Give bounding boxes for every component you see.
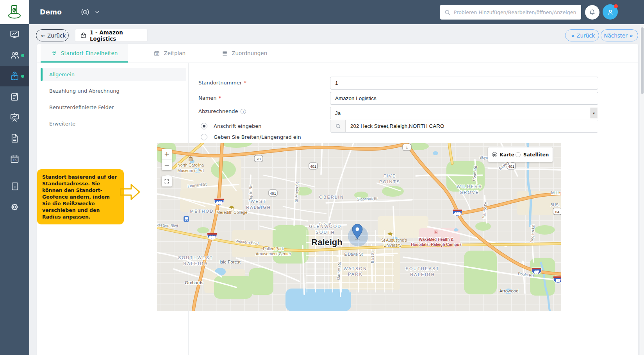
map-label: Amusement Center [256, 251, 291, 256]
section-nav: AllgemeinBezahlung und AbrechnungBenutze… [41, 68, 186, 134]
previous-button[interactable]: « Zurück [565, 29, 599, 41]
sidebar-item-documents[interactable] [0, 128, 29, 149]
radio-icon [201, 123, 207, 129]
map-label: METHOD [190, 209, 214, 213]
section-nav-erweiterte[interactable]: Erweiterte [41, 117, 186, 130]
fullscreen-button[interactable] [162, 176, 172, 186]
us-route-shield: 401 [309, 163, 318, 169]
map-label: E Davie St [344, 252, 362, 256]
notifications-button[interactable] [585, 5, 599, 20]
tab-standort-einzelheiten[interactable]: Standort Einzelheiten [41, 44, 128, 63]
prev-arrows-icon: « [571, 32, 575, 39]
map-label: PARK [348, 272, 363, 276]
app-logo[interactable] [0, 0, 29, 24]
next-button-label: Nächster [604, 32, 628, 39]
address-input[interactable] [346, 120, 598, 132]
sidebar-item-calendar[interactable]: 15 [0, 149, 29, 169]
map-zoom-control: + − [162, 149, 172, 170]
abzurechnende-value: Ja [335, 110, 341, 116]
sidebar-item-reports[interactable] [0, 107, 29, 128]
map-label: POINTS [379, 179, 400, 184]
scrollbar-thumb[interactable] [641, 27, 644, 94]
section-nav-bezahlung-und-abrechnung[interactable]: Bezahlung und Abrechnung [41, 84, 186, 97]
sidebar-item-dashboard[interactable] [0, 24, 29, 45]
radio-label: Geben Sie Breiten/Längengrad ein [214, 134, 301, 140]
radio-icon [201, 134, 207, 140]
back-button[interactable]: ← Zurück [36, 29, 69, 41]
zoom-out-button[interactable]: − [162, 160, 172, 170]
help-icon[interactable]: ? [241, 109, 246, 114]
abzurechnende-select[interactable]: Ja ▾ [330, 107, 598, 119]
interstate-shield: 440 [453, 210, 462, 216]
map-label: Raleigh [311, 237, 342, 247]
map-label: GLENWOOD [309, 224, 342, 229]
map-label: RALEIGH [246, 205, 271, 210]
namen-input[interactable] [330, 92, 598, 105]
us-route-shield: 70 [254, 155, 263, 162]
map-type-satelliten[interactable]: Satelliten [516, 152, 549, 158]
map-label: GROVE [460, 190, 480, 195]
tab-zuordnungen[interactable]: Zuordnungen [211, 44, 277, 63]
app-window: Demo 15 ← Zurück [0, 0, 644, 355]
map-type-karte[interactable]: Karte [492, 152, 514, 158]
svg-text:87: 87 [556, 278, 560, 283]
sidebar-item-info-book[interactable] [0, 176, 29, 197]
map-type-label: Karte [500, 152, 514, 158]
map-label: Meredith College [216, 210, 248, 215]
language-globe-icon[interactable] [80, 7, 90, 17]
map-label: BUS. [550, 203, 559, 207]
us-route-shield: 401 [269, 190, 277, 196]
topbar: Demo [0, 0, 644, 24]
map-label: Orchards [185, 280, 203, 285]
map-label: WakeMed Health & [419, 237, 453, 242]
svg-text:401: 401 [310, 164, 316, 169]
tab-zeitplan[interactable]: 15Zeitplan [143, 44, 196, 63]
svg-text:15: 15 [13, 158, 17, 162]
sidebar-item-settings[interactable] [0, 197, 29, 217]
svg-text:401: 401 [270, 191, 276, 195]
zoom-in-button[interactable]: + [162, 149, 172, 160]
chevron-down-icon[interactable] [94, 9, 100, 15]
breadcrumb: 1 - Amazon Logistics [75, 29, 147, 41]
svg-text:440: 440 [216, 201, 222, 205]
map-label: SOUTHEAST [405, 266, 439, 271]
svg-text:401: 401 [508, 164, 514, 169]
section-nav-allgemein[interactable]: Allgemein [41, 68, 186, 81]
map-label: WATSON [344, 266, 367, 271]
search-input[interactable] [454, 9, 577, 15]
train-poi-icon [184, 216, 189, 222]
standortnummer-input[interactable] [330, 77, 598, 90]
tab-label: Zuordnungen [232, 50, 267, 56]
us-route-shield: 64 [553, 208, 561, 215]
map-container: 440440440878770401401140164 Skycrest DrR… [157, 143, 561, 311]
map-canvas[interactable]: 440440440878770401401140164 Skycrest DrR… [157, 143, 561, 311]
dropdown-arrow-icon: ▾ [590, 108, 598, 118]
user-avatar[interactable] [603, 4, 618, 20]
svg-text:440: 440 [209, 235, 215, 239]
svg-text:87: 87 [535, 270, 539, 274]
sidebar-item-forms[interactable] [0, 86, 29, 107]
next-button[interactable]: Nächster » [601, 29, 638, 41]
sidebar-item-users[interactable] [0, 45, 29, 66]
map-label: WEST [251, 199, 267, 204]
radio-icon [492, 152, 497, 157]
address-search-field [330, 120, 598, 133]
back-button-label: Zurück [47, 32, 66, 39]
company-name: Demo [40, 0, 62, 24]
map-label: University [384, 243, 402, 247]
page-scrollbar [640, 24, 644, 355]
map-label: WILDERS [457, 184, 482, 189]
section-nav-benutzerdefinierte-felder[interactable]: Benutzerdefinierte Felder [41, 101, 186, 114]
required-mark: * [219, 95, 221, 101]
fullscreen-icon [164, 179, 169, 184]
address-mode-radio-0[interactable]: Anschrift eingeben [201, 123, 261, 129]
address-mode-radio-1[interactable]: Geben Sie Breiten/Längengrad ein [201, 134, 301, 140]
radio-icon [516, 152, 521, 157]
global-search [440, 5, 581, 20]
search-icon [444, 9, 451, 16]
map-label: Arrowood [499, 289, 518, 293]
map-label: MILBURNIE [551, 190, 561, 195]
sidebar-item-locations[interactable] [0, 66, 29, 86]
map-label: Museum of Art [177, 168, 204, 173]
map-label: RALEIGH [183, 261, 208, 266]
